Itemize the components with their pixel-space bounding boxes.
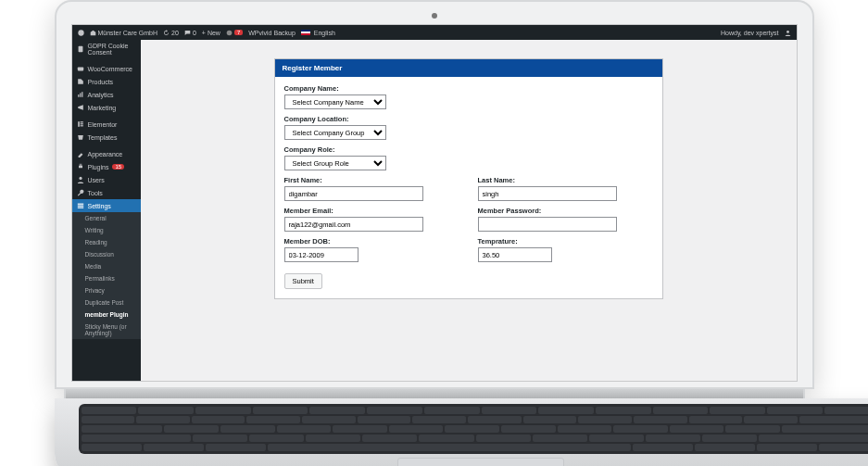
plugins-count-badge: 15 (112, 164, 124, 170)
email-input[interactable] (284, 217, 423, 232)
menu-label: Appearance (88, 151, 123, 157)
dob-input[interactable] (284, 247, 359, 262)
plugin-notice[interactable]: 7 (226, 30, 243, 36)
menu-label: WooCommerce (88, 66, 133, 72)
sidebar-item-woocommerce[interactable]: WooCommerce (72, 62, 141, 75)
laptop-camera (432, 13, 437, 19)
temperature-label: Temprature: (478, 237, 653, 246)
svg-rect-10 (80, 123, 82, 124)
svg-rect-3 (78, 46, 82, 52)
settings-submenu: General Writing Reading Discussion Media… (72, 212, 141, 339)
new-content[interactable]: + New (202, 30, 220, 36)
menu-label: Users (88, 177, 105, 183)
svg-rect-4 (77, 67, 82, 70)
svg-rect-15 (77, 208, 82, 208)
menu-label: Plugins (88, 164, 109, 170)
menu-label: Settings (88, 203, 111, 209)
last-name-input[interactable] (478, 186, 617, 201)
language-switcher[interactable]: English (301, 30, 335, 36)
company-name-label: Company Name: (284, 84, 653, 93)
sidebar-item-templates[interactable]: Templates (72, 131, 141, 144)
sidebar-item-elementor[interactable]: Elementor (72, 118, 141, 131)
company-location-select[interactable]: Select Company Group (284, 125, 386, 140)
temperature-input[interactable] (478, 247, 552, 262)
submenu-reading[interactable]: Reading (72, 236, 141, 248)
menu-label: Marketing (88, 105, 117, 111)
user-greeting[interactable]: Howdy, dev xpertyst (721, 30, 779, 36)
admin-bar: Münster Care GmbH 20 0 + New 7 WPvivid B… (72, 25, 797, 40)
email-label: Member Email: (284, 207, 459, 215)
laptop-trackpad (397, 458, 564, 466)
svg-rect-7 (82, 92, 82, 97)
menu-label: Analytics (88, 92, 114, 98)
company-location-label: Company Location: (284, 115, 653, 123)
submit-button[interactable]: Submit (284, 273, 322, 289)
svg-point-0 (78, 30, 83, 35)
company-role-select[interactable]: Select Group Role (284, 156, 386, 170)
svg-rect-6 (80, 93, 81, 96)
admin-sidebar: GDPR Cookie Consent WooCommerce Products… (72, 40, 141, 381)
submenu-permalinks[interactable]: Permalinks (72, 272, 141, 284)
password-label: Member Password: (478, 207, 653, 215)
first-name-label: First Name: (284, 176, 459, 184)
sidebar-item-settings[interactable]: Settings (72, 199, 141, 212)
menu-label: Templates (88, 134, 118, 141)
sidebar-item-plugins[interactable]: Plugins 15 (72, 160, 141, 173)
svg-rect-14 (77, 206, 82, 207)
sidebar-item-gdpr[interactable]: GDPR Cookie Consent (72, 40, 141, 58)
svg-rect-8 (78, 121, 80, 127)
submenu-writing[interactable]: Writing (72, 224, 141, 236)
content-area: Register Member Company Name: Select Com… (141, 40, 797, 381)
sidebar-item-appearance[interactable]: Appearance (72, 147, 141, 160)
site-name[interactable]: Münster Care GmbH (90, 30, 158, 36)
avatar[interactable] (785, 30, 791, 36)
submenu-member-plugin[interactable]: member Plugin (72, 309, 141, 321)
sidebar-item-marketing[interactable]: Marketing (72, 101, 141, 114)
last-name-label: Last Name: (478, 176, 653, 184)
wp-logo[interactable] (78, 30, 84, 36)
laptop-hinge (64, 389, 805, 398)
submenu-general[interactable]: General (72, 212, 141, 224)
submenu-discussion[interactable]: Discussion (72, 248, 141, 260)
menu-label: Products (88, 79, 114, 85)
laptop-keyboard (79, 404, 869, 454)
sidebar-item-products[interactable]: Products (72, 75, 141, 88)
sidebar-item-tools[interactable]: Tools (72, 186, 141, 199)
comments-count[interactable]: 0 (184, 30, 196, 36)
updates-count[interactable]: 20 (163, 30, 179, 36)
flag-icon (301, 30, 310, 35)
card-header: Register Member (275, 59, 662, 77)
svg-rect-13 (77, 204, 82, 205)
svg-rect-11 (80, 125, 82, 126)
register-member-card: Register Member Company Name: Select Com… (274, 58, 663, 299)
screen: Münster Care GmbH 20 0 + New 7 WPvivid B… (71, 24, 798, 382)
company-role-label: Company Role: (284, 145, 653, 154)
password-input[interactable] (478, 217, 617, 232)
svg-point-1 (227, 30, 233, 35)
wpvivid-link[interactable]: WPvivid Backup (248, 30, 296, 36)
svg-rect-9 (80, 121, 82, 122)
sidebar-item-analytics[interactable]: Analytics (72, 88, 141, 101)
submenu-media[interactable]: Media (72, 260, 141, 272)
first-name-input[interactable] (284, 186, 423, 201)
company-name-select[interactable]: Select Company Name (284, 94, 386, 109)
svg-rect-5 (78, 94, 79, 97)
sidebar-item-users[interactable]: Users (72, 173, 141, 186)
submenu-privacy[interactable]: Privacy (72, 284, 141, 296)
dob-label: Member DOB: (284, 237, 459, 246)
laptop-keyboard-deck (55, 398, 869, 466)
menu-label: Tools (88, 190, 103, 196)
svg-point-12 (79, 177, 82, 180)
menu-label: GDPR Cookie Consent (88, 43, 136, 56)
svg-point-2 (786, 31, 789, 33)
submenu-sticky-menu[interactable]: Sticky Menu (or Anything!) (72, 321, 141, 339)
menu-label: Elementor (88, 121, 118, 128)
submenu-duplicate-post[interactable]: Duplicate Post (72, 296, 141, 309)
